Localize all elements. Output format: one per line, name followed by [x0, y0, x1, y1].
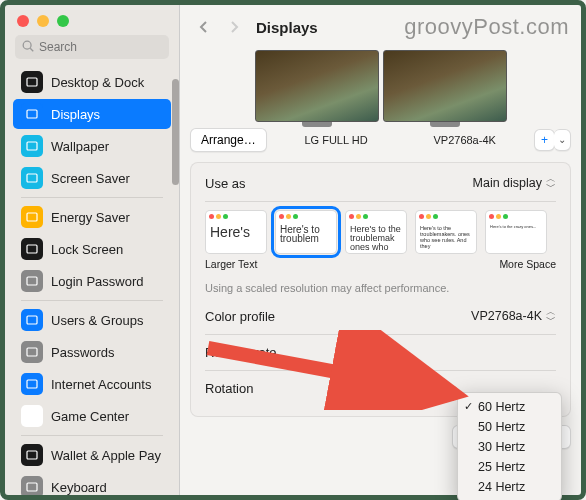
sidebar-item-energy-saver[interactable]: Energy Saver	[13, 202, 171, 232]
refresh-rate-label: Refresh rate	[205, 345, 277, 360]
refresh-rate-option[interactable]: 60 Hertz	[458, 397, 561, 417]
chevron-updown-icon: ︿﹀	[546, 308, 556, 324]
sidebar-item-label: Login Password	[51, 274, 144, 289]
use-as-label: Use as	[205, 176, 245, 191]
display-settings-panel: Use as Main display ︿﹀ Here'sHere's to t…	[190, 162, 571, 417]
resolution-tiles: Here'sHere's to troublemHere's to the tr…	[205, 210, 556, 254]
minimize-icon[interactable]	[37, 15, 49, 27]
sidebar-item-lock-screen[interactable]: Lock Screen	[13, 234, 171, 264]
sidebar-item-label: Game Center	[51, 409, 129, 424]
sidebar-item-label: Keyboard	[51, 480, 107, 495]
svg-rect-9	[27, 316, 37, 324]
svg-rect-2	[27, 78, 37, 86]
sidebar-item-label: Users & Groups	[51, 313, 143, 328]
forward-button[interactable]	[224, 16, 246, 38]
sidebar-item-keyboard[interactable]: Keyboard	[13, 472, 171, 495]
sidebar-item-users-groups[interactable]: Users & Groups	[13, 305, 171, 335]
sidebar-item-desktop-dock[interactable]: Desktop & Dock	[13, 67, 171, 97]
displays-icon	[21, 103, 43, 125]
sidebar-item-label: Displays	[51, 107, 100, 122]
back-button[interactable]	[192, 16, 214, 38]
sidebar-item-game-center[interactable]: Game Center	[13, 401, 171, 431]
refresh-rate-menu: 60 Hertz50 Hertz30 Hertz25 Hertz24 Hertz	[457, 392, 562, 500]
sidebar-item-login-password[interactable]: Login Password	[13, 266, 171, 296]
sidebar-item-wallpaper[interactable]: Wallpaper	[13, 131, 171, 161]
arrange-button[interactable]: Arrange…	[190, 128, 267, 152]
refresh-rate-option[interactable]: 50 Hertz	[458, 417, 561, 437]
close-icon[interactable]	[17, 15, 29, 27]
key-icon	[21, 341, 43, 363]
use-as-dropdown[interactable]: Main display ︿﹀	[473, 175, 556, 191]
rotation-label: Rotation	[205, 381, 253, 396]
sidebar-item-label: Screen Saver	[51, 171, 130, 186]
wallpaper-icon	[21, 135, 43, 157]
at-icon	[21, 373, 43, 395]
energy-icon	[21, 206, 43, 228]
sidebar-item-label: Passwords	[51, 345, 115, 360]
search-icon	[21, 39, 35, 53]
lock-icon	[21, 238, 43, 260]
wallet-icon	[21, 444, 43, 466]
more-space-label: More Space	[499, 258, 556, 270]
svg-rect-8	[27, 277, 37, 285]
watermark: groovyPost.com	[404, 14, 569, 40]
svg-rect-12	[27, 412, 37, 420]
desktop-dock-icon	[21, 71, 43, 93]
password-icon	[21, 270, 43, 292]
refresh-rate-option[interactable]: 25 Hertz	[458, 457, 561, 477]
sidebar-item-label: Energy Saver	[51, 210, 130, 225]
sidebar-item-label: Lock Screen	[51, 242, 123, 257]
svg-rect-13	[27, 451, 37, 459]
color-profile-label: Color profile	[205, 309, 275, 324]
add-display-button[interactable]: +	[534, 129, 555, 151]
zoom-icon[interactable]	[57, 15, 69, 27]
svg-line-1	[30, 48, 33, 51]
page-title: Displays	[256, 19, 318, 36]
svg-rect-6	[27, 213, 37, 221]
add-display-dropdown[interactable]: ⌄	[554, 129, 571, 151]
svg-rect-5	[27, 174, 37, 182]
sidebar-item-label: Wallpaper	[51, 139, 109, 154]
chevron-updown-icon: ︿﹀	[546, 175, 556, 191]
svg-rect-14	[27, 483, 37, 491]
sidebar-item-label: Wallet & Apple Pay	[51, 448, 161, 463]
sidebar-item-screen-saver[interactable]: Screen Saver	[13, 163, 171, 193]
sidebar-item-label: Desktop & Dock	[51, 75, 144, 90]
monitor-thumbnail[interactable]	[383, 50, 507, 122]
resolution-note: Using a scaled resolution may affect per…	[205, 276, 556, 298]
users-icon	[21, 309, 43, 331]
color-profile-dropdown[interactable]: VP2768a-4K ︿﹀	[471, 308, 556, 324]
monitor-label: LG FULL HD	[277, 134, 396, 146]
scrollbar[interactable]	[172, 79, 179, 185]
resolution-tile[interactable]: Here's to the troublemak ones who	[345, 210, 407, 254]
sidebar-item-internet-accounts[interactable]: Internet Accounts	[13, 369, 171, 399]
sidebar-nav: Desktop & DockDisplaysWallpaperScreen Sa…	[5, 67, 179, 495]
resolution-tile[interactable]: Here's to the troublemakers. ones who se…	[415, 210, 477, 254]
header: Displays groovyPost.com	[180, 5, 581, 49]
sidebar-item-wallet-apple-pay[interactable]: Wallet & Apple Pay	[13, 440, 171, 470]
sidebar-item-passwords[interactable]: Passwords	[13, 337, 171, 367]
game-icon	[21, 405, 43, 427]
monitor-arrangement	[190, 50, 571, 122]
monitor-label: VP2768a-4K	[405, 134, 524, 146]
svg-rect-11	[27, 380, 37, 388]
resolution-tile[interactable]: Here's to troublem	[275, 210, 337, 254]
svg-point-0	[23, 41, 31, 49]
resolution-tile[interactable]: Here's to the crazy ones...	[485, 210, 547, 254]
monitor-thumbnail[interactable]	[255, 50, 379, 122]
sidebar: Desktop & DockDisplaysWallpaperScreen Sa…	[5, 5, 180, 495]
svg-rect-7	[27, 245, 37, 253]
keyboard-icon	[21, 476, 43, 495]
window-controls	[5, 5, 179, 31]
resolution-tile[interactable]: Here's	[205, 210, 267, 254]
svg-rect-3	[27, 110, 37, 118]
search-input[interactable]	[15, 35, 169, 59]
sidebar-item-displays[interactable]: Displays	[13, 99, 171, 129]
svg-rect-4	[27, 142, 37, 150]
refresh-rate-option[interactable]: 30 Hertz	[458, 437, 561, 457]
svg-rect-10	[27, 348, 37, 356]
refresh-rate-option[interactable]: 24 Hertz	[458, 477, 561, 497]
larger-text-label: Larger Text	[205, 258, 257, 270]
sidebar-item-label: Internet Accounts	[51, 377, 151, 392]
screensaver-icon	[21, 167, 43, 189]
